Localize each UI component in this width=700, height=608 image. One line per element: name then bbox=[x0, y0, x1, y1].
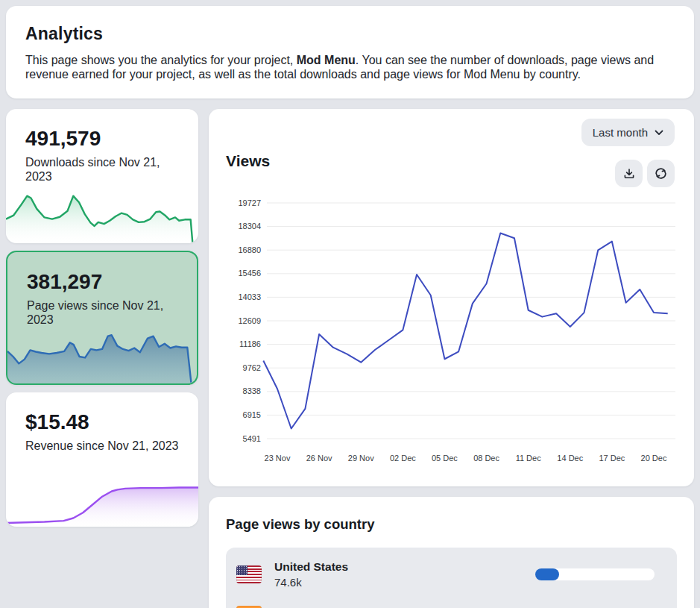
revenue-amount: $15.48 bbox=[25, 410, 89, 434]
svg-text:08 Dec: 08 Dec bbox=[473, 454, 499, 463]
svg-text:12609: 12609 bbox=[238, 316, 261, 325]
chevron-down-icon bbox=[655, 130, 663, 136]
svg-text:16880: 16880 bbox=[238, 245, 261, 254]
page-views-count: 381,297 bbox=[27, 270, 102, 294]
download-chart-button[interactable] bbox=[615, 160, 643, 187]
svg-text:11186: 11186 bbox=[239, 339, 261, 348]
downloads-stat-card[interactable]: 491,579 Downloads since Nov 21, 2023 bbox=[6, 109, 198, 243]
page-views-sparkline bbox=[7, 330, 197, 383]
country-bar-track bbox=[535, 568, 655, 580]
svg-text:05 Dec: 05 Dec bbox=[432, 454, 458, 463]
svg-text:9762: 9762 bbox=[243, 363, 261, 372]
country-row-india: India bbox=[236, 595, 666, 608]
page-views-label: Page views since Nov 21, 2023 bbox=[27, 298, 180, 327]
country-list: United States 74.6k India bbox=[226, 548, 677, 608]
svg-text:17 Dec: 17 Dec bbox=[599, 454, 625, 463]
revenue-label: Revenue since Nov 21, 2023 bbox=[25, 439, 179, 453]
country-value: 74.6k bbox=[274, 576, 348, 589]
download-icon bbox=[622, 167, 636, 181]
svg-text:8338: 8338 bbox=[243, 386, 261, 395]
date-range-dropdown[interactable]: Last month bbox=[581, 119, 675, 146]
revenue-stat-card[interactable]: $15.48 Revenue since Nov 21, 2023 bbox=[6, 392, 198, 527]
svg-text:14 Dec: 14 Dec bbox=[557, 454, 583, 463]
svg-text:15456: 15456 bbox=[238, 269, 261, 278]
country-name: United States bbox=[274, 560, 348, 574]
svg-text:11 Dec: 11 Dec bbox=[516, 454, 542, 463]
views-line-chart: 5491691583389762111861260914033154561688… bbox=[222, 192, 681, 472]
views-chart-card: Last month Views 54916915833897621118612… bbox=[209, 109, 694, 486]
page-title: Analytics bbox=[25, 24, 675, 44]
downloads-sparkline bbox=[6, 189, 198, 243]
downloads-label: Downloads since Nov 21, 2023 bbox=[25, 155, 179, 184]
us-flag-icon bbox=[236, 565, 262, 583]
refresh-icon bbox=[654, 166, 668, 181]
svg-text:18304: 18304 bbox=[238, 222, 261, 231]
svg-text:20 Dec: 20 Dec bbox=[641, 454, 667, 463]
project-name: Mod Menu bbox=[297, 54, 356, 66]
country-section-title: Page views by country bbox=[226, 516, 677, 533]
svg-text:02 Dec: 02 Dec bbox=[390, 454, 416, 463]
svg-text:19727: 19727 bbox=[238, 198, 261, 207]
page-description: This page shows you the analytics for yo… bbox=[25, 53, 675, 81]
svg-text:29 Nov: 29 Nov bbox=[348, 454, 374, 463]
svg-text:23 Nov: 23 Nov bbox=[265, 454, 291, 463]
country-views-card: Page views by country United States 74.6… bbox=[209, 497, 694, 608]
revenue-sparkline bbox=[6, 473, 198, 527]
country-row-united-states: United States 74.6k bbox=[236, 554, 666, 595]
downloads-count: 491,579 bbox=[25, 127, 101, 151]
svg-text:26 Nov: 26 Nov bbox=[306, 454, 332, 463]
page-views-stat-card[interactable]: 381,297 Page views since Nov 21, 2023 bbox=[6, 251, 198, 385]
refresh-chart-button[interactable] bbox=[647, 160, 675, 187]
country-bar-fill bbox=[535, 568, 559, 580]
date-range-label: Last month bbox=[593, 126, 648, 139]
svg-text:14033: 14033 bbox=[238, 292, 261, 301]
svg-text:6915: 6915 bbox=[243, 410, 261, 419]
analytics-header-card: Analytics This page shows you the analyt… bbox=[6, 6, 694, 98]
svg-text:5491: 5491 bbox=[243, 434, 261, 443]
chart-title: Views bbox=[226, 152, 270, 170]
